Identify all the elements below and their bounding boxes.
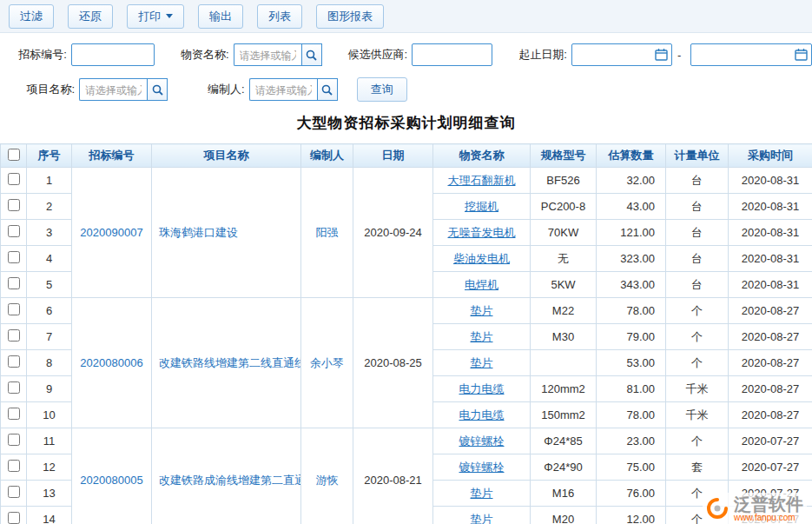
start-date-field bbox=[571, 43, 672, 66]
author-cell: 余小琴 bbox=[301, 298, 353, 428]
row-checkbox[interactable] bbox=[8, 486, 20, 498]
ptime-cell: 2020-07-27 bbox=[729, 454, 812, 481]
checkbox-cell bbox=[1, 428, 27, 454]
header-bid-no: 招标编号 bbox=[72, 144, 152, 168]
list-button-label: 列表 bbox=[268, 9, 291, 24]
supplier-input[interactable] bbox=[412, 43, 492, 66]
spec-cell: PC200-8 bbox=[531, 194, 597, 220]
unit-cell: 台 bbox=[666, 168, 729, 194]
project-input[interactable] bbox=[79, 78, 147, 101]
author-input[interactable] bbox=[249, 78, 317, 101]
material-cell[interactable]: 电力电缆 bbox=[433, 402, 531, 428]
material-cell[interactable]: 电焊机 bbox=[433, 272, 531, 298]
material-cell[interactable]: 垫片 bbox=[433, 324, 531, 350]
row-checkbox[interactable] bbox=[8, 173, 20, 185]
qty-cell: 75.00 bbox=[597, 454, 666, 481]
material-select bbox=[234, 43, 322, 66]
date-cell: 2020-09-24 bbox=[353, 168, 433, 298]
filter-button[interactable]: 过滤 bbox=[9, 4, 54, 29]
bid-no-cell[interactable]: 2020090007 bbox=[72, 168, 152, 298]
material-label: 物资名称: bbox=[181, 47, 229, 63]
material-cell[interactable]: 大理石翻新机 bbox=[433, 168, 531, 194]
filter-row-2: 项目名称: 编制人: 查询 bbox=[12, 77, 812, 102]
material-cell[interactable]: 无噪音发电机 bbox=[433, 220, 531, 246]
seq-cell: 9 bbox=[27, 376, 72, 402]
row-checkbox[interactable] bbox=[8, 199, 20, 211]
material-search-button[interactable] bbox=[301, 43, 322, 66]
material-input[interactable] bbox=[234, 43, 301, 66]
ptime-cell: 2020-08-27 bbox=[729, 298, 812, 324]
bid-no-input[interactable] bbox=[71, 43, 155, 66]
restore-button[interactable]: 还原 bbox=[68, 4, 113, 29]
export-button[interactable]: 输出 bbox=[198, 4, 243, 29]
list-button[interactable]: 列表 bbox=[257, 4, 302, 29]
material-cell[interactable]: 柴油发电机 bbox=[433, 246, 531, 272]
project-cell[interactable]: 改建铁路成渝线增建第二直通 bbox=[152, 428, 301, 524]
material-cell[interactable]: 电力电缆 bbox=[433, 376, 531, 402]
unit-cell: 套 bbox=[666, 454, 729, 481]
date-separator: - bbox=[677, 49, 681, 62]
row-checkbox[interactable] bbox=[8, 329, 20, 342]
end-date-field bbox=[690, 43, 812, 66]
row-checkbox[interactable] bbox=[8, 303, 20, 315]
row-checkbox[interactable] bbox=[8, 277, 20, 289]
row-checkbox[interactable] bbox=[8, 355, 20, 368]
row-checkbox[interactable] bbox=[8, 225, 20, 237]
seq-cell: 3 bbox=[27, 220, 72, 246]
project-search-button[interactable] bbox=[147, 78, 168, 101]
author-search-button[interactable] bbox=[317, 78, 338, 101]
qty-cell: 78.00 bbox=[597, 298, 666, 324]
spec-cell: Φ24*90 bbox=[531, 454, 597, 481]
row-checkbox[interactable] bbox=[8, 434, 20, 446]
unit-cell: 台 bbox=[666, 246, 729, 272]
row-checkbox[interactable] bbox=[8, 512, 20, 524]
ptime-cell: 2020-08-31 bbox=[729, 194, 812, 220]
bid-no-cell[interactable]: 2020080006 bbox=[72, 298, 152, 428]
unit-cell: 台 bbox=[666, 194, 729, 220]
checkbox-cell bbox=[1, 481, 27, 507]
ptime-cell: 2020-08-27 bbox=[729, 376, 812, 402]
seq-cell: 7 bbox=[27, 324, 72, 350]
graph-report-button-label: 图形报表 bbox=[327, 9, 373, 24]
row-checkbox[interactable] bbox=[8, 251, 20, 263]
spec-cell: M20 bbox=[531, 507, 597, 524]
query-button[interactable]: 查询 bbox=[357, 77, 407, 102]
qty-cell: 343.00 bbox=[597, 272, 666, 298]
print-button[interactable]: 打印 bbox=[127, 4, 184, 29]
qty-cell: 12.00 bbox=[597, 507, 666, 524]
material-cell[interactable]: 镀锌螺栓 bbox=[433, 428, 531, 454]
spec-cell: M22 bbox=[531, 298, 597, 324]
unit-cell: 台 bbox=[666, 272, 729, 298]
author-label: 编制人: bbox=[208, 82, 245, 97]
project-cell[interactable]: 珠海鹤港口建设 bbox=[152, 168, 301, 298]
seq-cell: 13 bbox=[27, 481, 72, 507]
project-cell[interactable]: 改建铁路线增建第二线直通线 bbox=[152, 298, 301, 428]
calendar-icon[interactable] bbox=[655, 48, 668, 61]
chevron-down-icon bbox=[166, 14, 173, 18]
checkbox-cell bbox=[1, 350, 27, 376]
material-cell[interactable]: 镀锌螺栓 bbox=[433, 454, 531, 481]
select-all-checkbox[interactable] bbox=[8, 149, 20, 161]
calendar-icon[interactable] bbox=[795, 48, 808, 61]
restore-button-label: 还原 bbox=[79, 9, 102, 24]
unit-cell: 个 bbox=[666, 428, 729, 454]
material-cell[interactable]: 垫片 bbox=[433, 350, 531, 376]
filter-row-1: 招标编号: 物资名称: 候选供应商: 起止日期: - bbox=[12, 43, 812, 66]
row-checkbox[interactable] bbox=[8, 381, 20, 394]
row-checkbox[interactable] bbox=[8, 460, 20, 472]
bid-no-label: 招标编号: bbox=[12, 47, 67, 63]
spec-cell: 150mm2 bbox=[531, 402, 597, 428]
checkbox-cell bbox=[1, 168, 27, 194]
bid-no-cell[interactable]: 2020080005 bbox=[72, 428, 152, 524]
material-cell[interactable]: 垫片 bbox=[433, 481, 531, 507]
row-checkbox[interactable] bbox=[8, 408, 20, 420]
graph-report-button[interactable]: 图形报表 bbox=[316, 4, 384, 29]
table-row: 1 2020090007 珠海鹤港口建设 阳强 2020-09-24 大理石翻新… bbox=[1, 168, 812, 194]
material-cell[interactable]: 垫片 bbox=[433, 507, 531, 524]
header-qty: 估算数量 bbox=[597, 144, 666, 168]
qty-cell: 323.00 bbox=[597, 246, 666, 272]
ptime-cell: 2020-08-27 bbox=[729, 402, 812, 428]
material-cell[interactable]: 挖掘机 bbox=[433, 194, 531, 220]
material-cell[interactable]: 垫片 bbox=[433, 298, 531, 324]
unit-cell: 个 bbox=[666, 324, 729, 350]
